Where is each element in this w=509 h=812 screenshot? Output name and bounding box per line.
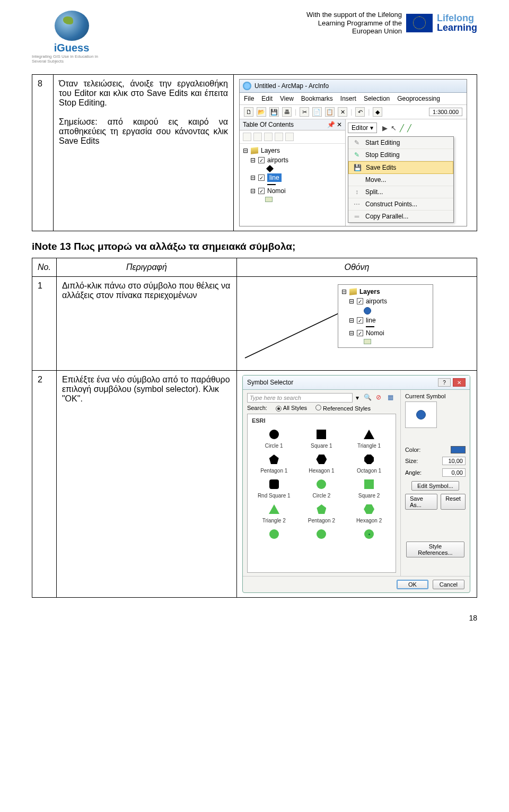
size-input[interactable]: 10,00: [442, 457, 466, 465]
open-file-icon[interactable]: 📂: [257, 107, 266, 117]
style-references-button[interactable]: Style References...: [406, 542, 464, 557]
edit-symbol-button[interactable]: Edit Symbol...: [411, 481, 459, 491]
reset-button[interactable]: Reset: [441, 494, 466, 510]
symbol-cell[interactable]: [252, 527, 296, 543]
undo-icon[interactable]: ↶: [355, 107, 365, 117]
toc-view-icon[interactable]: [285, 133, 294, 141]
symbol-cell[interactable]: Circle 2: [300, 477, 344, 499]
tree-airports[interactable]: ⊟ ✓ airports: [243, 155, 342, 165]
cut-icon[interactable]: ✂: [300, 107, 309, 117]
menu-item[interactable]: Selection: [364, 95, 390, 102]
symbol-shape-icon: [269, 455, 279, 464]
add-layer-icon[interactable]: ◆: [373, 107, 382, 117]
editor-context-menu: ✎Start Editing ✎Stop Editing 💾Save Edits…: [348, 136, 454, 223]
symbol-cell[interactable]: Circle 1: [252, 427, 296, 449]
checkbox-icon[interactable]: ✓: [357, 298, 363, 304]
tree-nomoi[interactable]: ⊟ ✓ Nomoi: [243, 186, 342, 196]
paste-icon[interactable]: 📋: [325, 107, 335, 117]
checkbox-icon[interactable]: ✓: [258, 174, 265, 181]
symbol-gallery[interactable]: ESRI Circle 1Square 1Triangle 1Pentagon …: [247, 414, 396, 573]
menu-item[interactable]: Bookmarks: [301, 95, 333, 102]
dropdown-arrow-icon[interactable]: ▾: [356, 394, 359, 401]
scale-input[interactable]: 1:300.000: [429, 108, 462, 116]
checkbox-icon[interactable]: ✓: [357, 330, 363, 336]
radio-on-icon: [276, 406, 282, 412]
color-swatch[interactable]: [451, 446, 466, 453]
nomoi-symbol[interactable]: [243, 196, 342, 203]
ok-button[interactable]: OK: [397, 580, 428, 589]
toc-toolbar: [240, 130, 345, 144]
airports-symbol[interactable]: [243, 165, 342, 172]
tree-layers[interactable]: ⊟ Layers: [243, 146, 342, 155]
ctx-construct-points[interactable]: ⋯Construct Points...: [348, 198, 453, 211]
symbol-cell[interactable]: [300, 527, 344, 543]
menu-item[interactable]: Geoprocessing: [397, 95, 440, 102]
save-as-button[interactable]: Save As...: [405, 494, 437, 510]
symbol-cell[interactable]: Hexagon 1: [300, 452, 344, 474]
menu-item[interactable]: File: [244, 95, 254, 102]
radio-all-styles[interactable]: All Styles: [276, 405, 307, 412]
symbol-cell[interactable]: Pentagon 2: [300, 502, 344, 523]
symbol-cell[interactable]: Square 2: [347, 477, 391, 499]
style-list-icon[interactable]: ▦: [388, 394, 396, 402]
ctx-move[interactable]: Move...: [348, 174, 453, 186]
menu-item[interactable]: Insert: [340, 95, 356, 102]
help-button[interactable]: ?: [438, 378, 451, 387]
menu-item[interactable]: Edit: [261, 95, 273, 102]
radio-referenced-styles[interactable]: Referenced Styles: [315, 405, 371, 412]
editor-tool-icon[interactable]: ╱: [400, 124, 404, 132]
ctx-copy-parallel[interactable]: ═Copy Parallel...: [348, 211, 453, 222]
table-of-contents: Table Of Contents 📌 ✕ ⊟ Layers: [240, 119, 346, 226]
toc-window-controls[interactable]: 📌 ✕: [327, 121, 342, 128]
menu-item[interactable]: View: [280, 95, 294, 102]
support-line: European Union: [306, 27, 402, 36]
step8-table: 8 Όταν τελειώσεις, άνοιξε την εργαλειοθή…: [32, 74, 477, 231]
checkbox-icon[interactable]: ✓: [258, 157, 265, 163]
step8-number: 8: [32, 75, 54, 231]
row2-screenshot-cell: Symbol Selector ? ✕ Type here to search …: [236, 371, 477, 598]
ctx-save-edits[interactable]: 💾Save Edits: [348, 161, 453, 174]
search-clear-icon[interactable]: ⊘: [376, 394, 384, 402]
airports-symbol[interactable]: [341, 306, 429, 316]
toolbar-separator: |: [350, 108, 352, 116]
checkbox-icon[interactable]: ✓: [258, 188, 265, 194]
symbol-cell[interactable]: Triangle 1: [347, 427, 391, 449]
symbol-cell[interactable]: Triangle 2: [252, 502, 296, 523]
tree-line[interactable]: ⊟ ✓ line: [341, 316, 429, 325]
symbol-cell[interactable]: Hexagon 2: [347, 502, 391, 523]
layers-label: Layers: [261, 147, 280, 154]
toc-view-icon[interactable]: [243, 133, 251, 141]
save-icon[interactable]: 💾: [269, 107, 279, 117]
print-icon[interactable]: 🖶: [282, 107, 292, 117]
tree-nomoi[interactable]: ⊟ ✓ Nomoi: [341, 328, 429, 338]
delete-icon[interactable]: ✕: [338, 107, 347, 117]
tree-airports[interactable]: ⊟ ✓ airports: [341, 296, 429, 306]
copy-icon[interactable]: 📄: [312, 107, 322, 117]
tree-layers[interactable]: ⊟ Layers: [341, 287, 429, 296]
symbol-cell[interactable]: [347, 527, 391, 543]
ctx-stop-editing[interactable]: ✎Stop Editing: [348, 149, 453, 161]
search-go-icon[interactable]: 🔍: [364, 394, 372, 402]
editor-tool-icon[interactable]: ▶: [382, 124, 388, 132]
new-file-icon[interactable]: 🗋: [244, 107, 253, 117]
search-input[interactable]: Type here to search: [247, 393, 353, 403]
checkbox-icon[interactable]: ✓: [357, 317, 363, 324]
editor-tool-icon[interactable]: ↖: [391, 124, 397, 132]
nomoi-symbol[interactable]: [341, 338, 429, 345]
editor-panel: Editor ▾ ▶ ↖ ╱ ╱ ✎Start Editing ✎Stop Ed…: [346, 119, 467, 226]
tree-line[interactable]: ⊟ ✓ line: [243, 172, 342, 183]
symbol-cell[interactable]: Square 1: [300, 427, 344, 449]
editor-tool-icon[interactable]: ╱: [407, 124, 411, 132]
close-button[interactable]: ✕: [453, 378, 466, 387]
ctx-split[interactable]: ↕Split...: [348, 186, 453, 198]
cancel-button[interactable]: Cancel: [433, 580, 464, 589]
symbol-cell[interactable]: Pentagon 1: [252, 452, 296, 474]
toc-view-icon[interactable]: [253, 133, 262, 141]
iguess-logo-subtitle: Integrating GIS Use in Education in Seve…: [32, 54, 111, 64]
angle-input[interactable]: 0,00: [442, 468, 466, 477]
toc-view-icon[interactable]: [264, 133, 273, 141]
toc-view-icon[interactable]: [275, 133, 283, 141]
editor-dropdown[interactable]: Editor ▾: [348, 123, 377, 133]
symbol-cell[interactable]: Rnd Square 1: [252, 477, 296, 499]
symbol-cell[interactable]: Octagon 1: [347, 452, 391, 474]
